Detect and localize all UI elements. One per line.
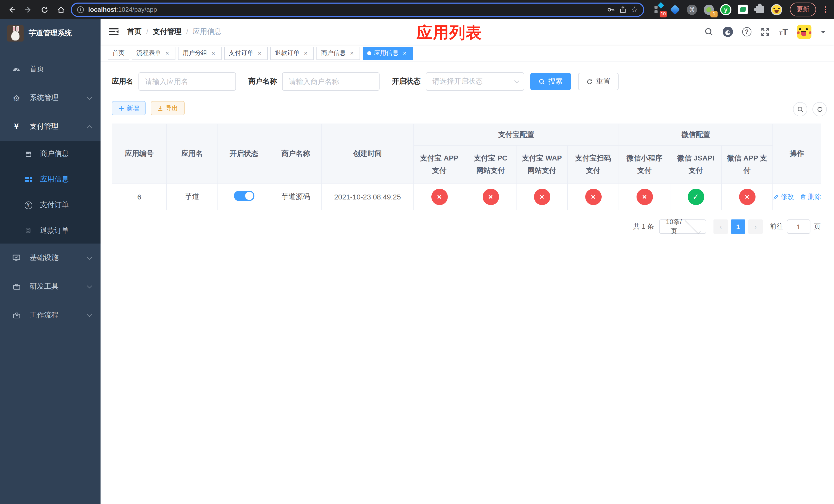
tab-pay-order[interactable]: 支付订单×	[224, 46, 268, 60]
page-size-select[interactable]: 10条/页	[659, 220, 706, 234]
sidebar-item-infra[interactable]: 基础设施	[0, 244, 101, 272]
app-logo-row[interactable]: 芋道管理系统	[0, 19, 101, 48]
page-suffix: 页	[814, 222, 821, 231]
sidebar-item-devtools[interactable]: 研发工具	[0, 272, 101, 301]
extension-y-icon[interactable]: y	[720, 4, 731, 15]
yen-icon: ¥	[10, 122, 23, 131]
col-wx-jsapi: 微信 JSAPI 支付	[670, 145, 721, 183]
alipay-pc-status-icon: ×	[482, 188, 499, 205]
col-alipay-wap: 支付宝 WAP 网站支付	[516, 145, 568, 183]
sidebar-item-payment[interactable]: ¥ 支付管理	[0, 112, 101, 141]
tab-home[interactable]: 首页	[108, 46, 129, 60]
search-icon[interactable]	[704, 27, 714, 37]
sidebar-item-system[interactable]: ⚙ 系统管理	[0, 84, 101, 112]
app-name-label: 应用名	[112, 77, 133, 86]
next-page-button[interactable]: ›	[748, 220, 763, 234]
user-avatar[interactable]	[797, 25, 811, 39]
tab-user-group[interactable]: 用户分组×	[178, 46, 222, 60]
sidebar-item-app-info[interactable]: 应用信息	[0, 167, 101, 192]
browser-chrome: localhost:1024/pay/app ☆ 10 ⌘ 1 y	[0, 0, 834, 19]
profile-avatar-icon[interactable]	[771, 4, 782, 15]
chrome-update-button[interactable]: 更新	[790, 3, 816, 17]
sidebar-item-workflow[interactable]: 工作流程	[0, 301, 101, 330]
top-navbar: 首页 / 支付管理 / 应用信息 ? TT	[101, 19, 834, 45]
close-icon[interactable]: ×	[256, 49, 263, 56]
url-text[interactable]: localhost:1024/pay/app	[88, 6, 602, 13]
payment-submenu: 商户信息 应用信息 ¥ 支付订单	[0, 141, 101, 244]
col-app-id: 应用编号	[112, 124, 167, 183]
search-button[interactable]: 搜索	[530, 73, 571, 90]
breadcrumb: 首页 / 支付管理 / 应用信息	[127, 27, 222, 37]
sidebar-item-refund-order[interactable]: 退款订单	[0, 218, 101, 244]
show-search-toggle-button[interactable]	[793, 102, 807, 116]
extension-apps-icon[interactable]: 10	[653, 4, 664, 15]
close-icon[interactable]: ×	[210, 49, 217, 56]
extension-recorder-icon[interactable]: 1	[703, 4, 715, 15]
goto-page-input[interactable]	[787, 220, 810, 234]
export-button[interactable]: 导出	[151, 101, 185, 115]
add-button[interactable]: 新增	[112, 101, 146, 115]
monitor-icon	[10, 254, 23, 262]
filter-form: 应用名 商户名称 开启状态 请选择开启状态 搜索 重置	[112, 72, 821, 91]
browser-home-button[interactable]	[54, 3, 68, 16]
sidebar-item-merchant-info[interactable]: 商户信息	[0, 141, 101, 167]
address-bar[interactable]: localhost:1024/pay/app ☆	[71, 2, 644, 17]
tab-merchant-info[interactable]: 商户信息×	[316, 46, 360, 60]
status-select[interactable]: 请选择开启状态	[426, 72, 524, 91]
page-number-button[interactable]: 1	[731, 220, 745, 234]
github-icon[interactable]	[723, 27, 733, 37]
col-merchant: 商户名称	[270, 124, 321, 183]
status-toggle[interactable]	[234, 191, 254, 201]
browser-reload-button[interactable]	[38, 3, 51, 16]
close-icon[interactable]: ×	[401, 49, 408, 56]
avatar-dropdown-caret[interactable]	[821, 30, 826, 36]
tags-view: 首页 流程表单× 用户分组× 支付订单× 退款订单× 商户信息× 应用信息×	[101, 45, 834, 62]
col-actions: 操作	[773, 124, 821, 183]
browser-forward-button[interactable]	[22, 3, 35, 16]
extensions-puzzle-icon[interactable]	[754, 4, 765, 15]
extension-chat-icon[interactable]	[737, 4, 748, 15]
extension-gem-icon[interactable]	[670, 4, 681, 15]
breadcrumb-home[interactable]: 首页	[127, 27, 141, 37]
tab-app-info[interactable]: 应用信息×	[363, 46, 413, 60]
page-annotation-title: 应用列表	[416, 22, 482, 44]
share-icon[interactable]	[619, 6, 627, 13]
bookmark-star-icon[interactable]: ☆	[631, 5, 638, 14]
close-icon[interactable]: ×	[302, 49, 309, 56]
fullscreen-icon[interactable]	[761, 27, 770, 37]
cell-status	[218, 183, 270, 210]
tab-process-form[interactable]: 流程表单×	[132, 46, 175, 60]
app-name-input[interactable]	[138, 72, 236, 91]
gear-icon: ⚙	[10, 93, 23, 103]
sidebar-fold-icon[interactable]	[109, 27, 119, 37]
chrome-menu-icon[interactable]	[822, 5, 829, 14]
refresh-table-button[interactable]	[812, 102, 827, 116]
close-icon[interactable]: ×	[348, 49, 355, 56]
password-key-icon[interactable]	[607, 5, 615, 14]
chevron-down-icon	[87, 95, 92, 100]
close-icon[interactable]: ×	[163, 49, 171, 56]
reset-button[interactable]: 重置	[578, 73, 619, 90]
prev-page-button[interactable]: ‹	[714, 220, 728, 234]
extension-command-icon[interactable]: ⌘	[686, 4, 698, 15]
edit-link[interactable]: 修改	[773, 192, 794, 201]
chevron-down-icon	[87, 283, 92, 289]
sidebar-item-pay-order[interactable]: ¥ 支付订单	[0, 192, 101, 218]
tab-refund-order[interactable]: 退款订单×	[270, 46, 314, 60]
delete-link[interactable]: 删除	[800, 192, 821, 201]
group-wechat-config: 微信配置	[619, 124, 773, 145]
chevron-down-icon	[684, 218, 700, 234]
sidebar-item-home[interactable]: 首页	[0, 55, 101, 84]
wx-app-status-icon: ×	[739, 188, 755, 205]
breadcrumb-payment[interactable]: 支付管理	[153, 27, 181, 37]
briefcase-icon	[10, 312, 23, 319]
col-alipay-pc: 支付宝 PC 网站支付	[465, 145, 516, 183]
help-icon[interactable]: ?	[742, 27, 751, 37]
text-size-icon[interactable]: TT	[779, 27, 788, 36]
cell-app-id: 6	[112, 183, 167, 210]
browser-back-button[interactable]	[5, 3, 19, 16]
site-info-icon[interactable]	[77, 6, 84, 13]
rabbit-logo	[7, 25, 24, 42]
group-alipay-config: 支付宝配置	[414, 124, 619, 145]
merchant-name-input[interactable]	[282, 72, 379, 91]
